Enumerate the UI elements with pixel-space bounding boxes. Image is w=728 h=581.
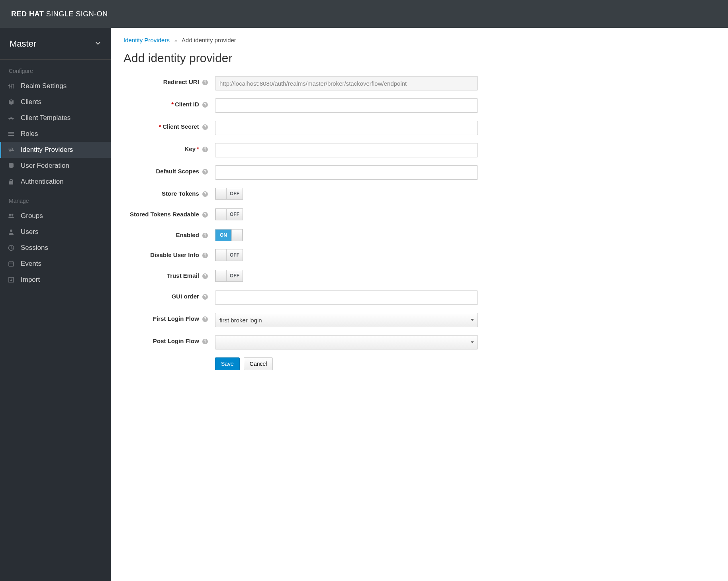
key-input[interactable]	[215, 143, 478, 157]
client-secret-input[interactable]	[215, 121, 478, 135]
svg-rect-2	[13, 84, 14, 88]
sliders-icon	[7, 82, 15, 90]
cube-icon	[7, 98, 15, 106]
store-tokens-toggle[interactable]: ON OFF	[215, 188, 243, 200]
clock-icon	[7, 244, 15, 252]
exchange-icon	[7, 146, 15, 154]
label-post-login-flow: Post Login Flow ?	[123, 335, 215, 344]
label-disable-user-info: Disable User Info ?	[123, 249, 215, 258]
svg-rect-5	[12, 84, 14, 85]
help-icon[interactable]: ?	[202, 273, 208, 279]
sidebar-item-identity-providers[interactable]: Identity Providers	[0, 142, 111, 158]
realm-selector[interactable]: Master	[0, 28, 111, 60]
svg-rect-3	[8, 85, 10, 86]
page-title: Add identity provider	[123, 51, 715, 65]
label-first-login-flow: First Login Flow ?	[123, 313, 215, 322]
sidebar-item-label: Clients	[21, 98, 41, 106]
sidebar-item-label: Roles	[21, 130, 38, 138]
save-button[interactable]: Save	[215, 357, 240, 370]
svg-rect-6	[8, 132, 14, 133]
default-scopes-input[interactable]	[215, 165, 478, 180]
label-enabled: Enabled ?	[123, 229, 215, 238]
sidebar-item-label: Identity Providers	[21, 146, 73, 154]
help-icon[interactable]: ?	[202, 80, 208, 85]
sidebar-item-label: Sessions	[21, 244, 48, 252]
breadcrumb-separator: »	[174, 38, 177, 43]
label-client-secret: *Client Secret ?	[123, 121, 215, 130]
sidebar-item-authentication[interactable]: Authentication	[0, 174, 111, 190]
nav-section-manage: Manage	[0, 190, 111, 208]
sidebar-item-label: Groups	[21, 212, 43, 220]
post-login-flow-select[interactable]	[215, 335, 478, 349]
sidebar-item-groups[interactable]: Groups	[0, 208, 111, 224]
calendar-icon	[7, 260, 15, 268]
svg-rect-7	[8, 133, 14, 134]
sidebar-item-label: Realm Settings	[21, 82, 67, 90]
redirect-uri-input[interactable]	[215, 76, 478, 90]
sidebar-item-client-templates[interactable]: Client Templates	[0, 110, 111, 126]
cubes-icon	[7, 114, 15, 122]
label-default-scopes: Default Scopes ?	[123, 165, 215, 175]
svg-rect-8	[8, 135, 14, 136]
sidebar-item-sessions[interactable]: Sessions	[0, 240, 111, 256]
enabled-toggle[interactable]: ON OFF	[215, 229, 243, 241]
sidebar-item-label: Authentication	[21, 178, 64, 186]
disable-user-info-toggle[interactable]: ON OFF	[215, 249, 243, 261]
sidebar-item-users[interactable]: Users	[0, 224, 111, 240]
label-stored-tokens-readable: Stored Tokens Readable ?	[123, 208, 215, 218]
sidebar-item-roles[interactable]: Roles	[0, 126, 111, 142]
sidebar-item-label: Client Templates	[21, 114, 70, 122]
sidebar-item-label: Import	[21, 276, 40, 284]
content: Identity Providers » Add identity provid…	[111, 28, 728, 581]
help-icon[interactable]: ?	[202, 339, 208, 344]
breadcrumb-current: Add identity provider	[182, 37, 236, 43]
help-icon[interactable]: ?	[202, 169, 208, 175]
sidebar: Master Configure Realm SettingsClientsCl…	[0, 28, 111, 581]
stored-tokens-readable-toggle[interactable]: ON OFF	[215, 208, 243, 220]
trust-email-toggle[interactable]: ON OFF	[215, 270, 243, 282]
label-trust-email: Trust Email ?	[123, 270, 215, 279]
help-icon[interactable]: ?	[202, 233, 208, 238]
svg-point-11	[9, 214, 11, 216]
help-icon[interactable]: ?	[202, 212, 208, 218]
realm-name: Master	[10, 39, 36, 49]
help-icon[interactable]: ?	[202, 294, 208, 300]
sidebar-item-label: User Federation	[21, 162, 69, 170]
help-icon[interactable]: ?	[202, 253, 208, 258]
user-icon	[7, 228, 15, 236]
cancel-button[interactable]: Cancel	[244, 357, 273, 370]
label-gui-order: GUI order ?	[123, 290, 215, 300]
import-icon	[7, 276, 15, 284]
sidebar-item-events[interactable]: Events	[0, 256, 111, 272]
label-client-id: *Client ID ?	[123, 98, 215, 108]
nav-section-configure: Configure	[0, 60, 111, 78]
client-id-input[interactable]	[215, 98, 478, 113]
chevron-down-icon	[95, 40, 101, 47]
list-icon	[7, 130, 15, 138]
help-icon[interactable]: ?	[202, 191, 208, 197]
svg-point-12	[12, 214, 14, 216]
breadcrumb-link-identity-providers[interactable]: Identity Providers	[123, 37, 170, 43]
gui-order-input[interactable]	[215, 290, 478, 305]
svg-rect-4	[10, 86, 12, 87]
help-icon[interactable]: ?	[202, 124, 208, 130]
sidebar-item-label: Events	[21, 260, 41, 268]
help-icon[interactable]: ?	[202, 102, 208, 108]
sidebar-item-import[interactable]: Import	[0, 272, 111, 288]
first-login-flow-select[interactable]: first broker login	[215, 313, 478, 327]
label-store-tokens: Store Tokens ?	[123, 188, 215, 197]
topbar: RED HAT SINGLE SIGN-ON	[0, 0, 728, 28]
group-icon	[7, 212, 15, 220]
sidebar-item-clients[interactable]: Clients	[0, 94, 111, 110]
svg-rect-10	[9, 181, 13, 185]
sidebar-item-user-federation[interactable]: User Federation	[0, 158, 111, 174]
label-key: Key* ?	[123, 143, 215, 152]
svg-rect-0	[9, 84, 10, 88]
breadcrumb: Identity Providers » Add identity provid…	[123, 37, 715, 43]
sidebar-item-realm-settings[interactable]: Realm Settings	[0, 78, 111, 94]
help-icon[interactable]: ?	[202, 147, 208, 152]
label-redirect-uri: Redirect URI ?	[123, 76, 215, 85]
svg-rect-15	[9, 262, 14, 266]
svg-point-13	[10, 230, 12, 232]
help-icon[interactable]: ?	[202, 316, 208, 322]
